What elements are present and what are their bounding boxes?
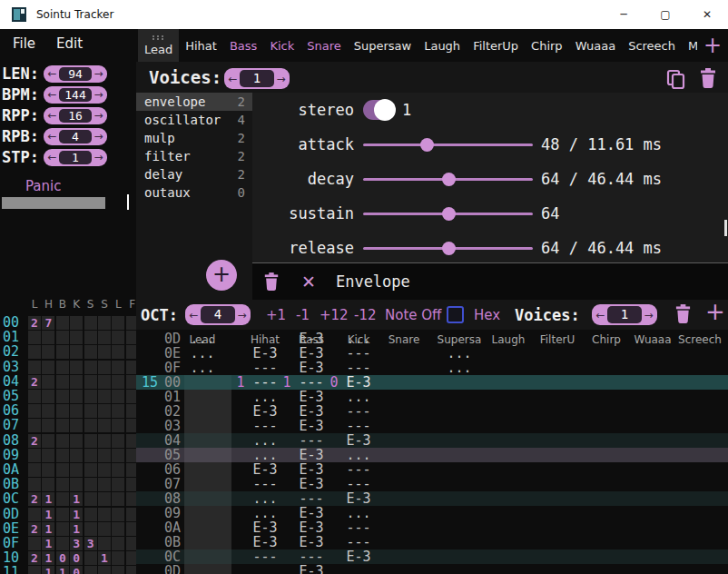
song-cell[interactable]	[84, 434, 97, 448]
note-off-button[interactable]: Note Off	[385, 307, 441, 323]
stepper-value[interactable]: 4	[201, 306, 235, 323]
pattern-row[interactable]: 0BE-3E-3---	[136, 535, 728, 549]
note-cell-kick[interactable]: ---	[334, 404, 383, 419]
song-cell[interactable]	[28, 345, 41, 359]
panic-button[interactable]: Panic	[25, 178, 62, 194]
note-cell-kick[interactable]: E-3	[334, 549, 383, 564]
tab-kick[interactable]: Kick	[263, 29, 300, 62]
song-cell[interactable]	[84, 390, 97, 403]
song-cell[interactable]	[112, 345, 124, 359]
song-cell[interactable]	[126, 463, 136, 477]
note-cell-kick[interactable]: ...	[334, 448, 383, 462]
note-cell-kick[interactable]: ...	[334, 506, 383, 520]
note-cell-bass[interactable]: ---	[287, 491, 336, 506]
note-cell-hihat[interactable]: ...	[241, 448, 290, 462]
pattern-row[interactable]: 0E...E-3E-3---...	[136, 346, 728, 361]
stepper-increment-button[interactable]: →	[92, 89, 105, 100]
note-cell-kick[interactable]: E-3	[334, 433, 383, 448]
song-cell[interactable]	[112, 463, 124, 477]
song-cell[interactable]	[28, 404, 41, 418]
song-cell[interactable]	[98, 390, 111, 403]
note-cell-bass[interactable]: ---	[287, 433, 336, 448]
stepper-value[interactable]: 144	[59, 88, 92, 102]
song-cell[interactable]	[126, 331, 136, 344]
note-cell-kick[interactable]: ---	[334, 419, 383, 433]
song-cell[interactable]	[70, 316, 83, 330]
song-cell[interactable]	[70, 463, 83, 477]
song-cell[interactable]	[56, 508, 69, 521]
hex-checkbox[interactable]	[447, 306, 464, 323]
song-cell[interactable]	[42, 375, 54, 389]
song-cell[interactable]	[112, 375, 124, 389]
slider-knob[interactable]	[442, 173, 456, 186]
song-cell[interactable]	[84, 522, 97, 536]
song-cell[interactable]	[112, 449, 124, 462]
song-cell[interactable]	[126, 522, 136, 536]
song-cell[interactable]	[112, 566, 124, 574]
song-cell[interactable]: 1	[56, 566, 69, 574]
song-cell[interactable]	[112, 537, 124, 550]
song-cell[interactable]	[98, 492, 111, 506]
song-cell[interactable]	[112, 316, 124, 330]
unit-list-item-oscillator[interactable]: oscillator4	[136, 111, 252, 129]
song-cell[interactable]	[28, 331, 41, 344]
stepper-increment-button[interactable]: →	[642, 310, 655, 321]
stepper-increment-button[interactable]: →	[92, 68, 105, 79]
note-cell-kick[interactable]: ---	[334, 361, 383, 375]
note-cell-supersaw[interactable]: ...	[435, 361, 484, 375]
add-unit-button[interactable]: +	[206, 260, 237, 291]
unit-list-item-mulp[interactable]: mulp2	[136, 129, 252, 147]
song-cell[interactable]	[84, 492, 97, 506]
tab-lead[interactable]: Lead	[138, 29, 179, 62]
menu-file[interactable]: File	[13, 35, 35, 52]
note-cell-hihat[interactable]: E-3	[241, 520, 290, 535]
pattern-row[interactable]: 01...E-3...	[136, 390, 728, 404]
note-cell-supersaw[interactable]: ...	[435, 346, 484, 361]
song-cell[interactable]	[70, 361, 83, 374]
note-cell-hihat[interactable]: ---	[241, 361, 290, 375]
song-cell[interactable]: 2	[28, 316, 41, 330]
maximize-button[interactable]: ▢	[644, 0, 686, 29]
pattern-row[interactable]: 0AE-3E-3---	[136, 520, 728, 535]
note-cell-kick[interactable]: E-3	[334, 375, 383, 390]
note-cell-lead[interactable]: ...	[178, 361, 227, 375]
pattern-row[interactable]: 07---E-3---	[136, 477, 728, 491]
song-cell[interactable]	[28, 419, 41, 432]
song-cell[interactable]: 1	[70, 492, 83, 506]
song-cell[interactable]: 1	[42, 492, 54, 506]
tab-laugh[interactable]: Laugh	[418, 29, 467, 62]
note-cell-bass[interactable]: E-3	[287, 462, 336, 477]
song-cell[interactable]	[84, 331, 97, 344]
note-cell-hihat[interactable]: E-3	[241, 462, 290, 477]
note-cell-hihat[interactable]: ...	[241, 390, 290, 404]
tab-snare[interactable]: Snare	[300, 29, 348, 62]
song-cell[interactable]: 2	[28, 522, 41, 536]
song-cell[interactable]	[84, 449, 97, 462]
pattern-row[interactable]: 02E-3E-3---	[136, 404, 728, 419]
note-cell-kick[interactable]: ---	[334, 462, 383, 477]
param-slider-release[interactable]	[363, 247, 533, 250]
song-cell[interactable]: 1	[42, 566, 54, 574]
song-cell[interactable]	[42, 390, 54, 403]
song-cell[interactable]	[126, 390, 136, 403]
stepper-increment-button[interactable]: →	[92, 110, 105, 121]
unit-list-item-outaux[interactable]: outaux0	[136, 183, 252, 202]
song-cell[interactable]	[84, 419, 97, 432]
song-cell[interactable]	[56, 522, 69, 536]
pattern-row[interactable]: 0C------E-3	[136, 549, 728, 564]
note-cell-hihat[interactable]: ---	[241, 375, 290, 390]
note-cell-kick[interactable]: ---	[334, 477, 383, 491]
song-cell[interactable]: 1	[42, 508, 54, 521]
note-cell-bass[interactable]: E-3	[287, 390, 336, 404]
song-cell[interactable]	[56, 537, 69, 550]
song-cell[interactable]	[70, 345, 83, 359]
note-cell-hihat[interactable]: ...	[241, 506, 290, 520]
song-cell[interactable]	[126, 508, 136, 521]
song-cell[interactable]	[112, 478, 124, 491]
song-cell[interactable]	[112, 404, 124, 418]
song-cell[interactable]	[112, 551, 124, 565]
song-cell[interactable]	[126, 361, 136, 374]
pattern-row[interactable]: 09...E-3...	[136, 506, 728, 520]
song-cell[interactable]	[126, 492, 136, 506]
pattern-row[interactable]: 1500110------E-3	[136, 375, 728, 390]
